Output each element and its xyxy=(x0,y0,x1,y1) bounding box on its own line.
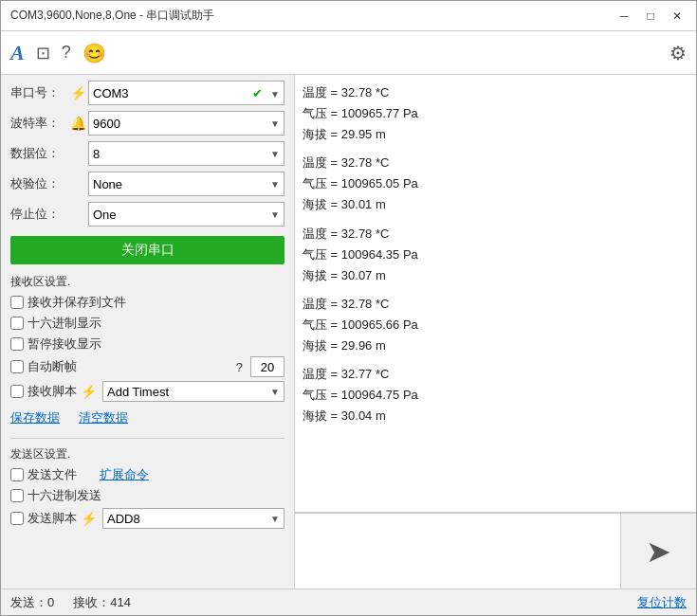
baudrate-arrow-icon: ▼ xyxy=(270,118,280,129)
receive-line: 温度 = 32.78 *C xyxy=(303,224,688,245)
data-bits-label: 数据位： xyxy=(10,145,67,162)
receive-script-icon: ⚡ xyxy=(81,384,97,399)
receive-label: 接收：414 xyxy=(73,594,131,611)
hex-display-label: 十六进制显示 xyxy=(28,315,101,332)
stop-bits-value: One xyxy=(93,208,117,222)
send-script-select[interactable]: ADD8 ▼ xyxy=(102,508,284,529)
settings-icon[interactable]: ⚙ xyxy=(669,42,687,64)
main-content: 串口号： ⚡ COM3 ✔ ▼ 波特率： 🔔 9600 ▼ xyxy=(1,75,696,589)
receive-line: 气压 = 100965.05 Pa xyxy=(303,173,688,194)
baudrate-row: 波特率： 🔔 9600 ▼ xyxy=(10,111,284,136)
pause-display-checkbox[interactable] xyxy=(10,337,24,351)
port-label: 串口号： xyxy=(10,84,67,101)
receive-line: 海拔 = 30.04 m xyxy=(303,406,688,426)
receive-script-select[interactable]: Add Timest ▼ xyxy=(102,381,284,402)
receive-script-value: Add Timest xyxy=(107,385,169,399)
hex-send-label: 十六进制发送 xyxy=(28,487,101,504)
right-panel: 温度 = 32.78 *C气压 = 100965.77 Pa海拔 = 29.95… xyxy=(295,75,696,589)
reset-count-link[interactable]: 复位计数 xyxy=(637,594,687,611)
baudrate-icon: 🔔 xyxy=(67,116,88,131)
receive-script-row: 接收脚本 ⚡ Add Timest ▼ xyxy=(10,381,284,402)
receive-block: 温度 = 32.78 *C气压 = 100965.77 Pa海拔 = 29.95… xyxy=(303,82,688,145)
send-arrow-icon: ➤ xyxy=(646,534,671,570)
window-title: COM3,9600,None,8,One - 串口调试助手 xyxy=(10,8,214,24)
baudrate-label: 波特率： xyxy=(10,115,67,132)
stop-bits-select[interactable]: One ▼ xyxy=(88,202,284,226)
stop-bits-label: 停止位： xyxy=(10,206,67,223)
send-input[interactable] xyxy=(295,514,620,589)
save-to-file-row: 接收并保存到文件 xyxy=(10,294,284,311)
parity-arrow-icon: ▼ xyxy=(270,179,280,190)
receive-line: 气压 = 100964.35 Pa xyxy=(303,245,688,265)
auto-break-label: 自动断帧 xyxy=(28,358,77,375)
send-script-label: 发送脚本 xyxy=(28,510,77,527)
port-icon: ⚡ xyxy=(67,85,88,100)
minimize-button[interactable]: ─ xyxy=(614,7,633,26)
port-row: 串口号： ⚡ COM3 ✔ ▼ xyxy=(10,81,284,105)
help-icon[interactable]: ? xyxy=(62,43,71,63)
port-select[interactable]: COM3 ✔ ▼ xyxy=(88,81,284,105)
receive-block: 温度 = 32.78 *C气压 = 100965.66 Pa海拔 = 29.96… xyxy=(303,294,688,356)
pause-display-row: 暂停接收显示 xyxy=(10,335,284,353)
parity-select[interactable]: None ▼ xyxy=(88,172,284,196)
save-to-file-label: 接收并保存到文件 xyxy=(28,294,126,311)
smiley-icon[interactable]: 😊 xyxy=(83,42,106,64)
receive-script-label: 接收脚本 xyxy=(28,383,77,400)
bottom-row: ➤ xyxy=(295,513,696,589)
send-button[interactable]: ➤ xyxy=(620,514,696,589)
auto-break-checkbox[interactable] xyxy=(10,360,24,373)
font-size-icon[interactable]: A xyxy=(10,41,25,65)
expand-cmd-link[interactable]: 扩展命令 xyxy=(100,466,149,483)
left-panel: 串口号： ⚡ COM3 ✔ ▼ 波特率： 🔔 9600 ▼ xyxy=(1,75,295,589)
auto-break-value-input[interactable] xyxy=(250,356,284,377)
pause-display-label: 暂停接收显示 xyxy=(28,335,101,353)
auto-break-row: 自动断帧 ? xyxy=(10,356,284,377)
parity-label: 校验位： xyxy=(10,175,67,192)
hex-display-row: 十六进制显示 xyxy=(10,315,284,332)
baudrate-select[interactable]: 9600 ▼ xyxy=(88,111,284,136)
crop-icon[interactable]: ⊡ xyxy=(36,43,50,63)
baudrate-value: 9600 xyxy=(93,117,120,131)
status-bar: 发送：0 接收：414 复位计数 xyxy=(1,589,696,615)
send-script-checkbox[interactable] xyxy=(10,512,24,525)
receive-line: 温度 = 32.78 *C xyxy=(303,294,688,315)
save-data-link[interactable]: 保存数据 xyxy=(10,409,60,426)
hex-display-checkbox[interactable] xyxy=(10,317,24,330)
receive-block: 温度 = 32.78 *C气压 = 100965.05 Pa海拔 = 30.01… xyxy=(303,153,688,215)
receive-script-checkbox[interactable] xyxy=(10,385,24,398)
receive-block: 温度 = 32.78 *C气压 = 100964.35 Pa海拔 = 30.07… xyxy=(303,224,688,286)
send-script-row: 发送脚本 ⚡ ADD8 ▼ xyxy=(10,508,284,529)
send-label: 发送：0 xyxy=(10,594,54,611)
receive-line: 温度 = 32.78 *C xyxy=(303,153,688,173)
close-button[interactable]: ✕ xyxy=(668,7,687,26)
restore-button[interactable]: □ xyxy=(641,7,660,26)
receive-script-arrow-icon: ▼ xyxy=(270,387,280,397)
send-script-value: ADD8 xyxy=(107,512,140,526)
receive-area: 温度 = 32.78 *C气压 = 100965.77 Pa海拔 = 29.95… xyxy=(295,75,696,513)
title-controls: ─ □ ✕ xyxy=(614,7,687,26)
close-port-button[interactable]: 关闭串口 xyxy=(10,236,284,264)
data-bits-select[interactable]: 8 ▼ xyxy=(88,141,284,166)
send-section-title: 发送区设置. xyxy=(10,446,284,462)
port-arrow-icon: ▼ xyxy=(270,89,280,100)
stop-bits-row: 停止位： One ▼ xyxy=(10,202,284,226)
save-to-file-checkbox[interactable] xyxy=(10,296,24,309)
data-links-row: 保存数据 清空数据 xyxy=(10,409,284,426)
port-value: COM3 xyxy=(93,86,129,100)
stop-bits-arrow-icon: ▼ xyxy=(270,209,280,220)
hex-send-checkbox[interactable] xyxy=(10,489,24,502)
send-file-checkbox[interactable] xyxy=(10,468,24,481)
main-window: COM3,9600,None,8,One - 串口调试助手 ─ □ ✕ A ⊡ … xyxy=(0,0,697,616)
receive-section-title: 接收区设置. xyxy=(10,274,284,290)
data-bits-row: 数据位： 8 ▼ xyxy=(10,141,284,166)
send-file-row: 发送文件 扩展命令 xyxy=(10,466,284,483)
title-bar: COM3,9600,None,8,One - 串口调试助手 ─ □ ✕ xyxy=(1,1,696,31)
receive-block: 温度 = 32.77 *C气压 = 100964.75 Pa海拔 = 30.04… xyxy=(303,364,688,426)
hex-send-row: 十六进制发送 xyxy=(10,487,284,504)
section-divider xyxy=(10,438,284,439)
receive-line: 海拔 = 30.07 m xyxy=(303,265,688,286)
receive-line: 海拔 = 30.01 m xyxy=(303,194,688,215)
receive-line: 气压 = 100964.75 Pa xyxy=(303,385,688,406)
clear-data-link[interactable]: 清空数据 xyxy=(79,409,128,426)
data-bits-arrow-icon: ▼ xyxy=(270,149,280,159)
